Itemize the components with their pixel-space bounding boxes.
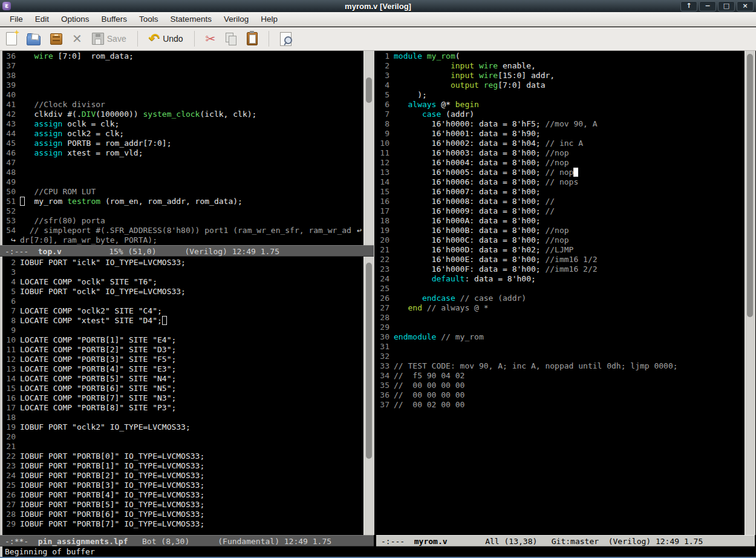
menu-verilog[interactable]: Verilog <box>218 13 255 25</box>
code-line[interactable]: 28IOBUF PORT "PORTB[6]" IO_TYPE=LVCMOS33… <box>2 510 362 519</box>
code-line[interactable]: 22 16'h000E: data = 8'h00; //imm16 1/2 <box>376 255 743 264</box>
code-line[interactable]: 5IOBUF PORT "oclk" IO_TYPE=LVCMOS33; <box>2 287 362 297</box>
menu-edit[interactable]: Edit <box>29 13 55 25</box>
copy-button[interactable] <box>225 32 237 45</box>
undo-button[interactable]: ↶Undo <box>149 31 183 46</box>
code-line[interactable]: 27IOBUF PORT "PORTB[5]" IO_TYPE=LVCMOS33… <box>2 500 362 510</box>
cut-button[interactable]: ✂ <box>206 31 216 46</box>
code-line[interactable]: 15 16'h0007: data = 8'h00; <box>376 187 743 197</box>
code-line[interactable]: 4 output reg[7:0] data <box>376 80 743 90</box>
code-line[interactable]: 39 <box>2 80 362 90</box>
menu-file[interactable]: File <box>4 13 29 25</box>
code-line[interactable]: 19 16'h000B: data = 8'h00; //nop <box>376 226 743 235</box>
code-line[interactable]: 20 16'h000C: data = 8'h00; //nop <box>376 235 743 245</box>
code-line[interactable]: 10LOCATE COMP "PORTB[1]" SITE "E4"; <box>2 335 362 345</box>
code-line[interactable]: 19IOBUF PORT "oclk2" IO_TYPE=LVCMOS33; <box>2 422 362 432</box>
code-line[interactable]: 29 <box>376 323 743 332</box>
code-line[interactable]: 52 <box>2 206 362 216</box>
menu-statements[interactable]: Statements <box>165 13 218 25</box>
code-line[interactable]: 5 ); <box>376 90 743 100</box>
code-line[interactable]: 6 always @* begin <box>376 100 743 110</box>
menu-options[interactable]: Options <box>55 13 96 25</box>
code-line[interactable]: 33// TEST CODE: mov 90, A; inc A, noppad… <box>376 361 743 371</box>
left-top-scrollbar-thumb[interactable] <box>366 77 372 103</box>
code-line[interactable]: 2IOBUF PORT "iclk" IO_TYPE=LVCMOS33; <box>2 258 362 268</box>
right-scrollbar-track[interactable] <box>745 51 755 535</box>
left-scrollbar-track[interactable] <box>363 51 374 535</box>
code-line[interactable]: 17 16'h0009: data = 8'h00; // <box>376 206 743 216</box>
shade-button[interactable]: ↑ <box>680 1 697 11</box>
search-button[interactable] <box>280 32 292 46</box>
dired-button[interactable] <box>50 33 62 45</box>
code-line[interactable]: 48 <box>2 168 362 177</box>
code-line[interactable]: 13LOCATE COMP "PORTB[4]" SITE "E3"; <box>2 364 362 374</box>
code-line[interactable]: 15LOCATE COMP "PORTB[6]" SITE "N5"; <box>2 384 362 393</box>
minimize-button[interactable]: − <box>699 1 716 11</box>
code-line[interactable]: 13 16'h0005: data = 8'h00; // nop <box>376 168 743 177</box>
code-line[interactable]: 28 <box>376 313 743 323</box>
code-line[interactable]: 27 end // always @ * <box>376 303 743 313</box>
code-line[interactable]: 24 default: data = 8'h00; <box>376 274 743 284</box>
code-line[interactable]: 9 16'h0001: data = 8'h90; <box>376 129 743 139</box>
code-line[interactable]: 11 16'h0003: data = 8'h00; //nop <box>376 148 743 158</box>
close-buffer-button[interactable]: ✕ <box>72 31 82 46</box>
new-file-button[interactable] <box>6 32 17 45</box>
code-line[interactable]: 4LOCATE COMP "oclk" SITE "T6"; <box>2 277 362 287</box>
code-line[interactable]: 7LOCATE COMP "oclk2" SITE "C4"; <box>2 306 362 316</box>
code-line[interactable]: 12 16'h0004: data = 8'h00; //nop <box>376 158 743 168</box>
code-line[interactable]: 46 assign xtest = rom_vld; <box>2 148 362 158</box>
code-line[interactable]: 50 //CPU ROM LUT <box>2 187 362 197</box>
left-bottom-scrollbar-thumb[interactable] <box>366 263 372 459</box>
code-line[interactable]: 44 assign oclk2 = clk; <box>2 129 362 139</box>
code-line[interactable]: 47 <box>2 158 362 168</box>
code-line[interactable]: 38 <box>2 71 362 80</box>
code-line[interactable]: 40 <box>2 90 362 100</box>
code-line[interactable]: 49 <box>2 177 362 187</box>
code-line[interactable]: 16LOCATE COMP "PORTB[7]" SITE "N3"; <box>2 393 362 403</box>
code-line[interactable]: 18 16'h000A: data = 8'h00; <box>376 216 743 226</box>
code-line[interactable]: 14 16'h0006: data = 8'h00; // nops <box>376 177 743 187</box>
code-line[interactable]: 54 // simpleport #(.SFR_ADDRESS(8'h80)) … <box>2 226 362 235</box>
code-line[interactable]: 31 <box>376 342 743 352</box>
menu-tools[interactable]: Tools <box>133 13 165 25</box>
code-line[interactable]: 2 input wire enable, <box>376 61 743 71</box>
code-line[interactable]: 51 my_rom testrom (rom_en, rom_addr, rom… <box>2 197 362 206</box>
paste-button[interactable] <box>247 32 258 45</box>
close-button[interactable]: × <box>737 1 754 11</box>
code-line[interactable]: 53 //sfr(80) porta <box>2 216 362 226</box>
code-line[interactable]: 23IOBUF PORT "PORTB[1]" IO_TYPE=LVCMOS33… <box>2 461 362 471</box>
code-line[interactable]: 18 <box>2 413 362 422</box>
code-line[interactable]: 21 16'h000D: data = 8'h02; //LJMP <box>376 245 743 255</box>
code-line[interactable]: 45 assign PORTB = rom_addr[7:0]; <box>2 139 362 148</box>
buffer-window-top-v[interactable]: 36 wire [7:0] rom_data;3738394041 //Cloc… <box>2 51 362 245</box>
code-line[interactable]: 23 16'h000F: data = 8'h00; //imm16 2/2 <box>376 264 743 274</box>
code-line[interactable]: 12LOCATE COMP "PORTB[3]" SITE "F5"; <box>2 355 362 364</box>
code-line[interactable]: 6 <box>2 297 362 306</box>
code-line[interactable]: 25 <box>376 284 743 294</box>
code-line[interactable]: 36 wire [7:0] rom_data; <box>2 51 362 61</box>
code-line[interactable]: 11LOCATE COMP "PORTB[2]" SITE "D3"; <box>2 345 362 355</box>
code-line[interactable]: 8LOCATE COMP "xtest" SITE "D4"; <box>2 316 362 326</box>
code-line[interactable]: 17LOCATE COMP "PORTB[8]" SITE "P3"; <box>2 403 362 413</box>
code-line[interactable]: 37 <box>2 61 362 71</box>
code-line[interactable]: 1module my_rom( <box>376 51 743 61</box>
save-button[interactable]: Save <box>92 33 126 45</box>
code-line[interactable]: 21 <box>2 442 362 451</box>
code-line[interactable]: 37// 00 02 00 00 <box>376 400 743 410</box>
menu-buffers[interactable]: Buffers <box>96 13 134 25</box>
code-line[interactable]: 26 endcase // case (addr) <box>376 294 743 303</box>
code-line[interactable]: 29IOBUF PORT "PORTB[7]" IO_TYPE=LVCMOS33… <box>2 519 362 529</box>
code-line[interactable]: 20 <box>2 432 362 442</box>
code-line[interactable]: 25IOBUF PORT "PORTB[3]" IO_TYPE=LVCMOS33… <box>2 481 362 490</box>
code-line[interactable]: 30endmodule // my_rom <box>376 332 743 342</box>
code-line[interactable]: 8 16'h0000: data = 8'hF5; //mov 90, A <box>376 119 743 129</box>
code-line[interactable]: 41 //Clock divisor <box>2 100 362 110</box>
code-line[interactable]: 43 assign oclk = clk; <box>2 119 362 129</box>
menu-help[interactable]: Help <box>255 13 284 25</box>
code-line[interactable]: 22IOBUF PORT "PORTB[0]" IO_TYPE=LVCMOS33… <box>2 451 362 461</box>
buffer-window-pin-assignments[interactable]: 2IOBUF PORT "iclk" IO_TYPE=LVCMOS33;34LO… <box>2 258 362 534</box>
code-line[interactable]: 36// 00 00 00 00 <box>376 390 743 400</box>
code-line[interactable]: 16 16'h0008: data = 8'h00; // <box>376 197 743 206</box>
code-line[interactable]: 3 input wire[15:0] addr, <box>376 71 743 80</box>
right-scrollbar-thumb[interactable] <box>747 54 753 317</box>
